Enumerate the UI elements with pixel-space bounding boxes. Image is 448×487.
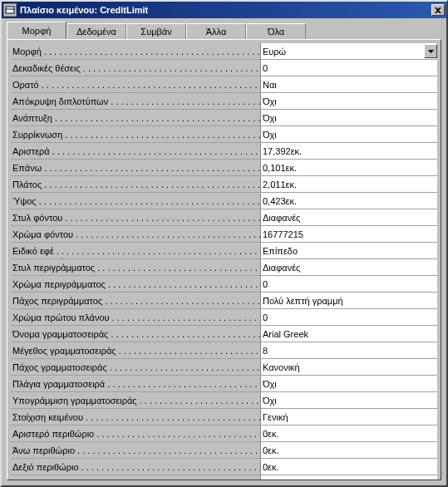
tab-other[interactable]: Άλλα [186, 23, 246, 39]
property-value-input[interactable] [261, 426, 437, 441]
property-value-cell [260, 126, 437, 142]
property-row: Χρώμα πρώτου πλάνου . . . . . . . . . . … [11, 309, 437, 326]
tab-format[interactable]: Μορφή [7, 22, 66, 39]
property-value-input[interactable] [261, 193, 437, 209]
property-row: Πλάτος . . . . . . . . . . . . . . . . .… [11, 176, 437, 193]
property-row: Στοίχιση κειμένου . . . . . . . . . . . … [11, 409, 437, 426]
property-row: Πάχος γραμματοσειράς . . . . . . . . . .… [11, 359, 437, 376]
property-row: Άνω περιθώριο . . . . . . . . . . . . . … [11, 442, 437, 459]
property-value-input[interactable] [261, 475, 437, 480]
property-value-input[interactable] [261, 309, 437, 325]
tab-data[interactable]: Δεδομένα [66, 23, 126, 39]
property-row: Πάχος περιγράμματος . . . . . . . . . . … [11, 293, 437, 309]
property-label: Δεκαδικές θέσεις . . . . . . . . . . . .… [11, 63, 260, 73]
property-label: Ορατό . . . . . . . . . . . . . . . . . … [11, 80, 260, 90]
property-label: Δεξιό περιθώριο . . . . . . . . . . . . … [11, 462, 260, 472]
property-label: Αριστερό περιθώριο . . . . . . . . . . .… [11, 429, 260, 439]
property-row: Μέγεθος γραμματοσειράς . . . . . . . . .… [11, 342, 437, 359]
property-label: Χρώμα φόντου . . . . . . . . . . . . . .… [11, 229, 260, 239]
property-value-input[interactable] [261, 126, 437, 142]
property-value-input[interactable] [261, 276, 437, 292]
property-value-cell [260, 442, 437, 458]
property-row: Ύψος . . . . . . . . . . . . . . . . . .… [11, 193, 437, 209]
property-label: Στυλ φόντου . . . . . . . . . . . . . . … [11, 213, 260, 223]
property-row: Μορφή . . . . . . . . . . . . . . . . . … [11, 43, 437, 60]
property-value-input[interactable] [261, 110, 437, 125]
property-value-cell [260, 193, 437, 209]
properties-window: Πλαίσιο κειμένου: CreditLimit Μορφή Δεδο… [0, 0, 448, 487]
property-row: Υπογράμμιση γραμματοσειράς . . . . . . .… [11, 392, 437, 409]
property-value-input[interactable] [261, 76, 437, 92]
property-row: Απόκρυψη διπλοτύπων . . . . . . . . . . … [11, 93, 437, 110]
property-value-input[interactable] [261, 143, 437, 159]
property-label: Ύψος . . . . . . . . . . . . . . . . . .… [11, 196, 260, 206]
property-value-cell [260, 243, 437, 258]
dropdown-button[interactable] [424, 44, 437, 58]
property-value-cell [260, 409, 437, 425]
property-value-cell [260, 209, 437, 225]
close-button[interactable] [431, 4, 445, 16]
property-label: Άνω περιθώριο . . . . . . . . . . . . . … [11, 445, 260, 455]
property-value-input[interactable] [261, 392, 437, 408]
property-value-input[interactable] [261, 93, 437, 109]
property-value-input[interactable] [261, 243, 437, 258]
property-row: Αριστερά . . . . . . . . . . . . . . . .… [11, 143, 437, 160]
property-row: Κάτω περιθώριο . . . . . . . . . . . . .… [11, 475, 437, 480]
property-value-input[interactable] [261, 160, 437, 175]
property-value-input[interactable] [261, 326, 437, 342]
property-value-input[interactable] [261, 226, 437, 242]
property-value-input[interactable] [261, 60, 437, 76]
property-label: Ανάπτυξη . . . . . . . . . . . . . . . .… [11, 113, 260, 123]
property-value-input[interactable] [261, 43, 424, 59]
tab-bar: Μορφή Δεδομένα Συμβάν Άλλα Όλα [2, 18, 446, 39]
tab-all[interactable]: Όλα [246, 23, 306, 39]
tab-event[interactable]: Συμβάν [126, 23, 186, 39]
property-label: Κάτω περιθώριο . . . . . . . . . . . . .… [11, 479, 260, 481]
property-value-input[interactable] [261, 459, 437, 475]
property-row: Αριστερό περιθώριο . . . . . . . . . . .… [11, 426, 437, 442]
property-value-cell [260, 459, 437, 475]
property-label: Στυλ περιγράμματος . . . . . . . . . . .… [11, 263, 260, 273]
property-value-input[interactable] [261, 376, 437, 391]
property-row: Επάνω . . . . . . . . . . . . . . . . . … [11, 160, 437, 176]
property-value-cell [260, 93, 437, 109]
property-row: Στυλ περιγράμματος . . . . . . . . . . .… [11, 259, 437, 276]
property-value-input[interactable] [261, 442, 437, 458]
property-row: Στυλ φόντου . . . . . . . . . . . . . . … [11, 209, 437, 226]
property-label: Μορφή . . . . . . . . . . . . . . . . . … [11, 47, 260, 57]
property-value-input[interactable] [261, 342, 437, 358]
property-label: Αριστερά . . . . . . . . . . . . . . . .… [11, 146, 260, 156]
property-value-cell [260, 475, 437, 480]
property-grid: Μορφή . . . . . . . . . . . . . . . . . … [11, 43, 437, 480]
property-value-cell [260, 76, 437, 92]
property-value-input[interactable] [261, 176, 437, 192]
property-label: Χρώμα πρώτου πλάνου . . . . . . . . . . … [11, 312, 260, 322]
window-title: Πλαίσιο κειμένου: CreditLimit [20, 5, 431, 15]
property-row: Δεξιό περιθώριο . . . . . . . . . . . . … [11, 459, 437, 475]
property-label: Επάνω . . . . . . . . . . . . . . . . . … [11, 163, 260, 173]
property-label: Χρώμα περιγράμματος . . . . . . . . . . … [11, 279, 260, 289]
property-value-input[interactable] [261, 293, 437, 308]
property-label: Στοίχιση κειμένου . . . . . . . . . . . … [11, 412, 260, 422]
property-value-input[interactable] [261, 359, 437, 375]
property-value-input[interactable] [261, 209, 437, 225]
property-row: Χρώμα περιγράμματος . . . . . . . . . . … [11, 276, 437, 293]
property-value-cell [260, 309, 437, 325]
property-value-cell [260, 176, 437, 192]
property-value-cell [260, 276, 437, 292]
titlebar: Πλαίσιο κειμένου: CreditLimit [2, 2, 446, 18]
property-row: Ειδικό εφέ . . . . . . . . . . . . . . .… [11, 243, 437, 259]
property-row: Δεκαδικές θέσεις . . . . . . . . . . . .… [11, 60, 437, 76]
property-row: Χρώμα φόντου . . . . . . . . . . . . . .… [11, 226, 437, 243]
chevron-down-icon [428, 50, 434, 53]
property-value-cell [260, 392, 437, 408]
property-value-cell [260, 160, 437, 175]
property-row: Συρρίκνωση . . . . . . . . . . . . . . .… [11, 126, 437, 143]
property-label: Μέγεθος γραμματοσειράς . . . . . . . . .… [11, 346, 260, 356]
property-label: Πάχος περιγράμματος . . . . . . . . . . … [11, 296, 260, 306]
property-value-input[interactable] [261, 409, 437, 425]
property-row: Ορατό . . . . . . . . . . . . . . . . . … [11, 76, 437, 93]
property-row: Πλάγια γραμματοσειρά . . . . . . . . . .… [11, 376, 437, 392]
property-label: Πάχος γραμματοσειράς . . . . . . . . . .… [11, 362, 260, 372]
property-value-input[interactable] [261, 259, 437, 275]
